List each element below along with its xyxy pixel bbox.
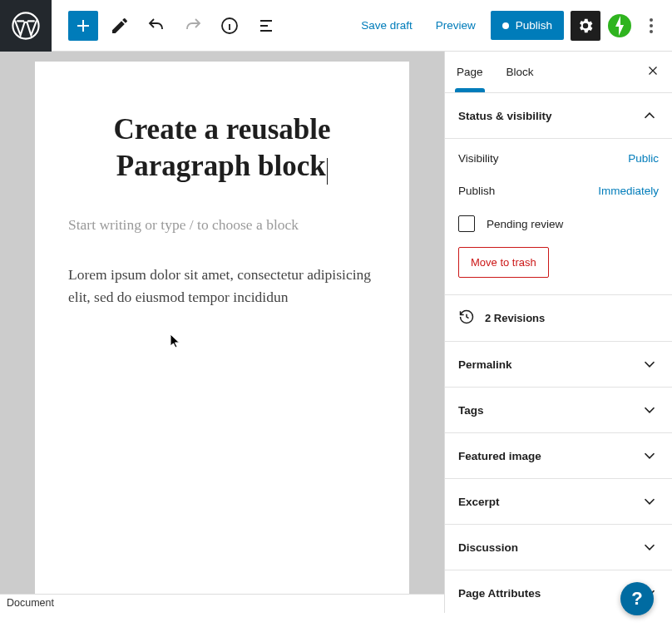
sidebar-close-button[interactable] (634, 52, 672, 92)
panel-title: Tags (458, 404, 484, 417)
settings-sidebar: Page Block Status & visibility Visibilit… (445, 52, 672, 613)
panel-header-featured-image[interactable]: Featured image (445, 433, 672, 479)
top-toolbar: Save draft Preview Publish (0, 0, 672, 52)
undo-button[interactable] (141, 11, 171, 41)
panel-title: Permalink (458, 358, 512, 371)
move-to-trash-button[interactable]: Move to trash (458, 247, 549, 278)
toolbar-left-group (52, 11, 281, 41)
redo-button[interactable] (178, 11, 208, 41)
editor-footer-breadcrumb[interactable]: Document (0, 594, 444, 613)
chevron-down-icon (640, 538, 659, 556)
panel-title: Discussion (458, 541, 518, 554)
more-options-button[interactable] (639, 11, 664, 41)
panel-header-discussion[interactable]: Discussion (445, 525, 672, 570)
save-draft-button[interactable]: Save draft (353, 12, 421, 38)
pending-review-label: Pending review (487, 218, 563, 230)
block-placeholder[interactable]: Start writing or type / to choose a bloc… (68, 216, 376, 234)
panel-title: Excerpt (458, 496, 500, 508)
pending-review-row[interactable]: Pending review (458, 207, 659, 247)
info-button[interactable] (215, 11, 245, 41)
chevron-down-icon (640, 492, 659, 511)
visibility-label: Visibility (458, 152, 499, 165)
revisions-count-text: 2 Revisions (485, 312, 545, 324)
chevron-down-icon (640, 355, 659, 373)
jetpack-button[interactable] (607, 13, 632, 38)
panel-body-status-visibility: Visibility Public Publish Immediately Pe… (445, 139, 672, 295)
publish-value-button[interactable]: Immediately (598, 185, 659, 197)
publish-label: Publish (516, 19, 552, 32)
tab-page[interactable]: Page (445, 52, 495, 91)
toolbar-right-group: Save draft Preview Publish (353, 11, 672, 41)
help-fab-button[interactable]: ? (620, 582, 654, 615)
panel-header-excerpt[interactable]: Excerpt (445, 479, 672, 525)
main-area: Create a reusable Paragraph block Start … (0, 52, 672, 613)
revisions-row[interactable]: 2 Revisions (445, 295, 672, 342)
panel-header-status-visibility[interactable]: Status & visibility (445, 93, 672, 139)
publish-button[interactable]: Publish (491, 11, 564, 40)
jetpack-icon (608, 14, 631, 37)
panel-title: Page Attributes (458, 587, 541, 600)
publish-label: Publish (458, 185, 495, 197)
settings-gear-button[interactable] (571, 11, 600, 41)
preview-button[interactable]: Preview (427, 12, 484, 38)
panel-title: Status & visibility (458, 110, 552, 122)
history-icon (458, 309, 475, 328)
pending-review-checkbox[interactable] (458, 215, 475, 232)
wordpress-logo[interactable] (0, 0, 52, 52)
panel-header-permalink[interactable]: Permalink (445, 342, 672, 388)
vertical-dots-icon (650, 18, 653, 33)
publish-status-dot-icon (502, 22, 509, 29)
page-title-input[interactable]: Create a reusable Paragraph block (68, 111, 376, 185)
sidebar-tabs: Page Block (445, 52, 672, 93)
add-block-button[interactable] (68, 11, 98, 41)
page-title-text: Create a reusable Paragraph block (113, 113, 330, 182)
visibility-value-button[interactable]: Public (628, 152, 659, 165)
chevron-down-icon (640, 401, 659, 419)
visibility-row: Visibility Public (458, 142, 659, 175)
editor-page[interactable]: Create a reusable Paragraph block Start … (35, 62, 409, 613)
outline-button[interactable] (251, 11, 281, 41)
publish-row: Publish Immediately (458, 175, 659, 207)
help-icon-label: ? (631, 588, 642, 610)
edit-tool-button[interactable] (105, 11, 135, 41)
paragraph-block[interactable]: Lorem ipsum dolor sit amet, consectetur … (68, 264, 376, 309)
text-caret-icon (327, 158, 329, 185)
chevron-up-icon (640, 106, 659, 125)
editor-canvas-area: Create a reusable Paragraph block Start … (0, 52, 445, 613)
panel-header-tags[interactable]: Tags (445, 388, 672, 433)
tab-block[interactable]: Block (495, 52, 546, 91)
breadcrumb-text: Document (7, 597, 54, 609)
chevron-down-icon (640, 447, 659, 465)
panel-title: Featured image (458, 450, 541, 462)
